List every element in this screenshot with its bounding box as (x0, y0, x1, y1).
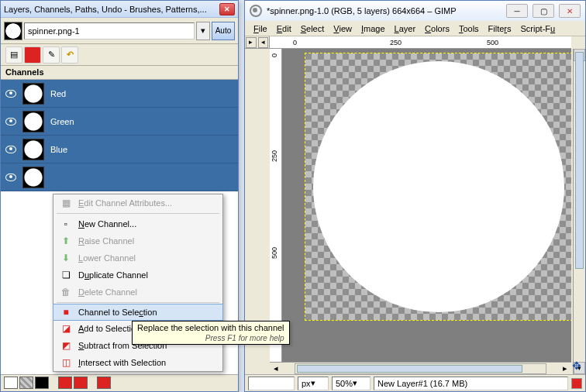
canvas-viewport[interactable] (282, 49, 571, 374)
ruler-tick: 0 (293, 39, 297, 46)
zoom-selector[interactable]: 50% ▾ (332, 377, 371, 390)
menu-tools[interactable]: Tools (455, 22, 483, 35)
maximize-button[interactable]: ▢ (533, 4, 554, 18)
menu-label: Raise Channel (78, 236, 134, 246)
channel-row-alpha[interactable] (1, 163, 238, 191)
channel-row-green[interactable]: Green (1, 108, 238, 136)
channels-tab-icon[interactable] (24, 46, 41, 64)
eye-icon[interactable] (5, 90, 16, 98)
channel-row-red[interactable]: Red (1, 80, 238, 108)
minimize-button[interactable]: ─ (506, 4, 528, 18)
image-selector-dropdown[interactable]: ▾ (196, 22, 210, 40)
menu-raise-channel[interactable]: ⬆ Raise Channel (53, 232, 222, 249)
auto-button[interactable]: Auto (212, 22, 235, 40)
menu-edit[interactable]: Edit (273, 22, 295, 35)
canvas[interactable] (305, 53, 571, 320)
canvas-area: 0 250 500 ▴ ▾ (245, 49, 585, 374)
swatch-icon[interactable] (35, 377, 49, 389)
channel-name: Green (50, 117, 74, 126)
menu-label: Lower Channel (78, 253, 136, 263)
image-window: *spinner.png-1.0 (RGB, 5 layers) 664x664… (244, 0, 586, 392)
menu-intersect-with-selection[interactable]: ◫ Intersect with Selection (53, 354, 222, 371)
menu-scriptfu[interactable]: Script-Fu (517, 22, 560, 35)
menu-separator (57, 302, 219, 303)
gimp-wilber-icon (250, 5, 262, 17)
channel-row-blue[interactable]: Blue (1, 136, 238, 163)
units-selector[interactable]: px ▾ (298, 377, 329, 390)
dock-bottom-toolbar (1, 374, 238, 391)
menu-duplicate-channel[interactable]: ❏ Duplicate Channel (53, 266, 222, 284)
menu-file[interactable]: File (250, 22, 271, 35)
swatch-icon[interactable] (58, 377, 72, 389)
channels-header: Channels (1, 66, 238, 80)
ruler-horizontal[interactable]: 0 250 500 (270, 36, 571, 49)
channel-thumbnail (22, 111, 44, 132)
ruler-origin[interactable]: ▸◂ (245, 36, 270, 49)
image-title: *spinner.png-1.0 (RGB, 5 layers) 664x664… (267, 6, 502, 15)
eye-icon[interactable] (5, 174, 16, 181)
image-statusbar: px ▾ 50% ▾ New Layer#1 (16.7 MB) (245, 374, 585, 391)
dock-tab-toolbar: ▤ ✎ ↶ (1, 44, 238, 66)
undo-tab-icon[interactable]: ↶ (61, 46, 78, 64)
menu-colors[interactable]: Colors (421, 22, 453, 35)
edit-icon: ▦ (60, 197, 72, 209)
image-selector-text: spinner.png-1 (28, 26, 80, 36)
image-menubar: File Edit Select View Image Layer Colors… (245, 21, 585, 36)
menu-label: Intersect with Selection (78, 358, 166, 367)
menu-layer[interactable]: Layer (391, 22, 420, 35)
scrollbar-vertical[interactable]: ▴ ▾ (573, 49, 585, 374)
menu-filters[interactable]: Filters (484, 22, 515, 35)
ruler-tick: 500 (271, 247, 278, 259)
scrollbar-h-track[interactable] (295, 363, 546, 374)
menu-label: Channel to Selection (78, 308, 157, 317)
close-button[interactable]: ✕ (559, 4, 581, 18)
duplicate-icon: ❏ (60, 269, 72, 281)
scrollbar-thumb[interactable] (575, 52, 584, 269)
eye-icon[interactable] (5, 118, 16, 126)
menu-select[interactable]: Select (297, 22, 329, 35)
channel-thumbnail (22, 83, 44, 105)
swatch-icon[interactable] (74, 377, 88, 389)
scroll-left-icon[interactable]: ◂ (270, 363, 282, 373)
selection-icon: ■ (60, 306, 72, 318)
ruler-tick: 0 (271, 53, 278, 57)
menu-delete-channel[interactable]: 🗑 Delete Channel (53, 284, 222, 301)
tooltip-hint: Press F1 for more help (137, 334, 284, 342)
layers-tab-icon[interactable]: ▤ (5, 46, 22, 64)
menu-view[interactable]: View (329, 22, 356, 35)
status-coordinates (248, 377, 295, 390)
eye-icon[interactable] (5, 146, 16, 153)
image-selector-field[interactable]: spinner.png-1 (24, 22, 195, 40)
channel-context-menu: ▦ Edit Channel Attributes... ▫ New Chann… (53, 194, 223, 372)
tooltip: Replace the selection with this channel … (132, 321, 290, 345)
menu-label: Delete Channel (78, 287, 137, 297)
new-icon: ▫ (60, 218, 72, 230)
menu-label: Edit Channel Attributes... (78, 198, 172, 208)
up-arrow-icon: ⬆ (60, 235, 72, 247)
navigation-icon[interactable]: ✥ (570, 359, 584, 373)
ruler-tick: 250 (390, 39, 402, 46)
swatch-icon[interactable] (97, 377, 111, 389)
dock-title: Layers, Channels, Paths, Undo - Brushes,… (4, 5, 219, 14)
tooltip-text: Replace the selection with this channel (137, 323, 284, 332)
dock-titlebar[interactable]: Layers, Channels, Paths, Undo - Brushes,… (1, 1, 238, 18)
down-arrow-icon: ⬇ (60, 252, 72, 264)
image-thumbnail-icon[interactable] (4, 22, 22, 40)
paths-tab-icon[interactable]: ✎ (43, 46, 60, 64)
scrollbar-horizontal[interactable]: ◂ ▸ (270, 362, 571, 374)
menu-edit-channel-attributes[interactable]: ▦ Edit Channel Attributes... (53, 194, 222, 211)
swatch-icon[interactable] (4, 377, 18, 389)
scrollbar-thumb[interactable] (297, 365, 522, 373)
channel-thumbnail (22, 167, 44, 188)
menu-image[interactable]: Image (357, 22, 389, 35)
menu-separator (57, 213, 219, 214)
menu-channel-to-selection[interactable]: ■ Channel to Selection (53, 304, 223, 321)
menu-new-channel[interactable]: ▫ New Channel... (53, 215, 222, 232)
image-titlebar[interactable]: *spinner.png-1.0 (RGB, 5 layers) 664x664… (245, 1, 585, 21)
cancel-icon[interactable] (571, 378, 582, 389)
close-icon[interactable]: ✕ (219, 3, 235, 15)
circle-shape (313, 61, 564, 312)
ruler-tick: 250 (271, 150, 278, 162)
menu-lower-channel[interactable]: ⬇ Lower Channel (53, 249, 222, 266)
swatch-icon[interactable] (19, 377, 33, 389)
